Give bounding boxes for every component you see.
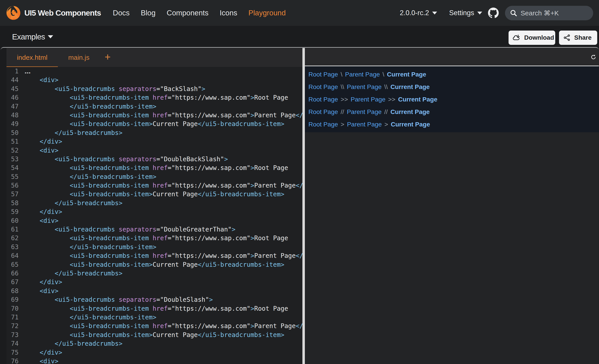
breadcrumb-link[interactable]: Root Page bbox=[308, 96, 338, 103]
breadcrumb-separator: \ bbox=[383, 71, 384, 78]
nav-item-docs[interactable]: Docs bbox=[107, 9, 135, 17]
preview-stage: Root Page\Parent Page\Current PageRoot P… bbox=[305, 66, 599, 132]
examples-label: Examples bbox=[12, 32, 45, 41]
line-number: 74 bbox=[7, 339, 18, 348]
line-number: 60 bbox=[7, 216, 18, 225]
line-number: 64 bbox=[7, 251, 18, 260]
line-number: 63 bbox=[7, 243, 18, 251]
breadcrumb-separator: \\ bbox=[341, 84, 344, 91]
breadcrumbs: Root Page>>Parent Page>>Current Page bbox=[308, 93, 599, 106]
search-icon bbox=[510, 9, 517, 17]
line-number: 44 bbox=[7, 76, 18, 84]
settings-dropdown[interactable]: Settings bbox=[449, 9, 482, 17]
line-number: 62 bbox=[7, 234, 18, 242]
download-button[interactable]: Download bbox=[509, 31, 555, 45]
split-resizer-handle[interactable] bbox=[302, 48, 305, 364]
code-line: 74 </ui5-breadcrumbs> bbox=[7, 339, 302, 348]
nav-item-icons[interactable]: Icons bbox=[214, 9, 243, 17]
breadcrumb-link[interactable]: Root Page bbox=[308, 121, 338, 128]
breadcrumb-link[interactable]: Parent Page bbox=[351, 96, 386, 103]
breadcrumb-link[interactable]: Root Page bbox=[308, 108, 338, 116]
code-line: 68 <div> bbox=[7, 287, 302, 295]
refresh-icon[interactable] bbox=[590, 54, 596, 60]
version-dropdown[interactable]: 2.0.0-rc.2 bbox=[400, 9, 437, 17]
line-number: 67 bbox=[7, 278, 18, 286]
breadcrumb-link[interactable]: Parent Page bbox=[347, 121, 382, 128]
share-button[interactable]: Share bbox=[559, 31, 597, 45]
chevron-down-icon bbox=[48, 35, 53, 38]
code-line: 51 </div> bbox=[7, 137, 302, 146]
github-icon[interactable] bbox=[488, 8, 499, 18]
code-line: 64 <ui5-breadcrumbs-item href="https://w… bbox=[7, 251, 302, 260]
code-line: 44 <div> bbox=[7, 76, 302, 84]
breadcrumb-current: Current Page bbox=[398, 96, 437, 103]
line-number: 66 bbox=[7, 269, 18, 278]
cloud-download-icon bbox=[513, 34, 520, 42]
line-number: 76 bbox=[7, 357, 18, 364]
settings-label: Settings bbox=[449, 9, 474, 17]
code-line: 72 <ui5-breadcrumbs-item href="https://w… bbox=[7, 322, 302, 330]
editor-tabbar: index.html main.js + bbox=[7, 48, 302, 67]
code-line: 75 </div> bbox=[7, 348, 302, 357]
breadcrumbs: Root Page\Parent Page\Current Page bbox=[308, 68, 599, 81]
breadcrumb-separator: // bbox=[341, 108, 344, 116]
code-editor[interactable]: 1…44 <div>45 <ui5-breadcrumbs separators… bbox=[7, 67, 302, 364]
line-number: 59 bbox=[7, 207, 18, 216]
line-number: 72 bbox=[7, 322, 18, 330]
code-line: 71 </ui5-breadcrumbs-item> bbox=[7, 313, 302, 322]
line-number: 51 bbox=[7, 137, 18, 146]
nav-links: DocsBlogComponentsIconsPlayground bbox=[107, 9, 291, 17]
playground-container: index.html main.js + 1…44 <div>45 <ui5-b… bbox=[1, 47, 599, 364]
breadcrumb-separator: > bbox=[384, 121, 388, 128]
line-number: 55 bbox=[7, 172, 18, 181]
line-number: 1 bbox=[7, 67, 18, 76]
nav-item-components[interactable]: Components bbox=[161, 9, 214, 17]
breadcrumb-link[interactable]: Root Page bbox=[308, 71, 338, 78]
line-number: 57 bbox=[7, 190, 18, 198]
code-line: 58 </ui5-breadcrumbs> bbox=[7, 199, 302, 207]
breadcrumb-current: Current Page bbox=[390, 108, 430, 116]
code-line: 52 <div> bbox=[7, 146, 302, 155]
line-number: 69 bbox=[7, 295, 18, 304]
line-number: 50 bbox=[7, 128, 18, 137]
breadcrumb-separator: \\ bbox=[384, 84, 388, 91]
code-line: 59 </div> bbox=[7, 207, 302, 216]
breadcrumb-link[interactable]: Parent Page bbox=[347, 108, 382, 116]
code-line: 50 </ui5-breadcrumbs> bbox=[7, 128, 302, 137]
share-label: Share bbox=[574, 34, 592, 41]
line-number: 61 bbox=[7, 225, 18, 234]
phoenix-logo-icon[interactable] bbox=[7, 6, 20, 20]
breadcrumb-current: Current Page bbox=[391, 121, 430, 128]
line-number: 71 bbox=[7, 313, 18, 322]
nav-item-blog[interactable]: Blog bbox=[135, 9, 161, 17]
line-number: 54 bbox=[7, 163, 18, 172]
code-line: 65 <ui5-breadcrumbs-item>Current Page</u… bbox=[7, 260, 302, 269]
code-line: 61 <ui5-breadcrumbs separators="DoubleGr… bbox=[7, 225, 302, 234]
code-line: 49 <ui5-breadcrumbs-item>Current Page</u… bbox=[7, 119, 302, 128]
code-line: 67 </div> bbox=[7, 278, 302, 286]
code-line: 76 <div> bbox=[7, 357, 302, 364]
add-tab-button[interactable]: + bbox=[100, 48, 115, 67]
line-number: 73 bbox=[7, 330, 18, 339]
code-line: 54 <ui5-breadcrumbs-item href="https://w… bbox=[7, 163, 302, 172]
code-line: 60 <div> bbox=[7, 216, 302, 225]
code-line: 57 <ui5-breadcrumbs-item>Current Page</u… bbox=[7, 190, 302, 198]
line-number: 45 bbox=[7, 85, 18, 93]
code-line: 56 <ui5-breadcrumbs-item href="https://w… bbox=[7, 181, 302, 190]
navbar: UI5 Web Components DocsBlogComponentsIco… bbox=[0, 0, 599, 26]
code-line: 62 <ui5-breadcrumbs-item href="https://w… bbox=[7, 234, 302, 242]
breadcrumb-link[interactable]: Parent Page bbox=[345, 71, 380, 78]
search-input[interactable]: Search ⌘+K bbox=[505, 6, 593, 20]
breadcrumb-link[interactable]: Root Page bbox=[308, 84, 338, 91]
tab-index-html[interactable]: index.html bbox=[7, 48, 58, 67]
code-line: 53 <ui5-breadcrumbs separators="DoubleBa… bbox=[7, 155, 302, 163]
breadcrumb-separator: >> bbox=[388, 96, 396, 103]
nav-item-playground[interactable]: Playground bbox=[243, 9, 291, 17]
line-number: 48 bbox=[7, 111, 18, 119]
line-number: 58 bbox=[7, 199, 18, 207]
examples-dropdown[interactable]: Examples bbox=[12, 26, 53, 48]
breadcrumb-link[interactable]: Parent Page bbox=[347, 84, 382, 91]
tab-main-js[interactable]: main.js bbox=[58, 48, 100, 67]
line-number: 52 bbox=[7, 146, 18, 155]
brand-title[interactable]: UI5 Web Components bbox=[24, 8, 101, 17]
